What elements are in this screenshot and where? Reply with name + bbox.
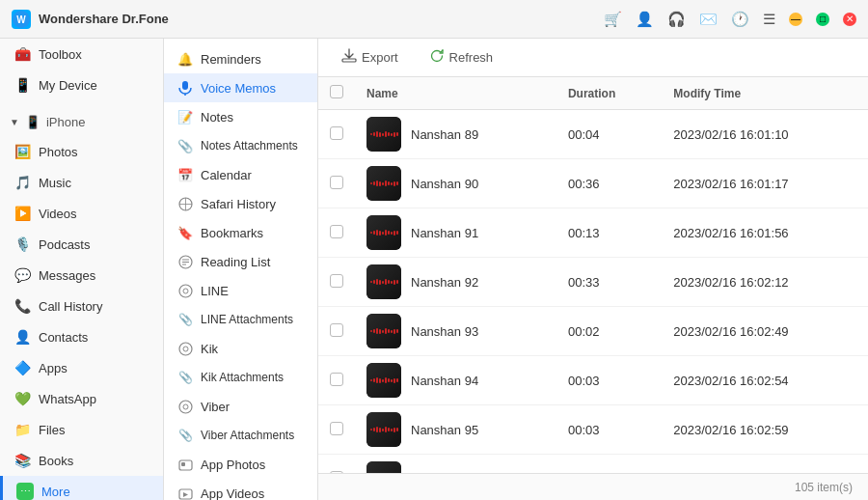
my-device-icon: 📱 — [14, 76, 31, 94]
sidebar-item-apps[interactable]: 🔷 Apps — [0, 352, 163, 383]
waveform-bar — [385, 427, 387, 432]
select-all-checkbox[interactable] — [330, 85, 343, 98]
export-button[interactable]: Export — [334, 44, 406, 70]
sidebar-item-messages[interactable]: 💬 Messages — [0, 260, 163, 291]
menu-icon[interactable]: ☰ — [763, 11, 775, 28]
mid-item-kik[interactable]: Kik — [164, 334, 317, 363]
sidebar-item-contacts[interactable]: 👤 Contacts — [0, 321, 163, 352]
svg-point-11 — [179, 285, 192, 297]
waveform-bar — [382, 330, 384, 333]
history-icon[interactable]: 🕐 — [731, 11, 749, 28]
row-name: Nanshan 90 — [411, 177, 478, 191]
line-attachments-icon: 📎 — [177, 312, 193, 327]
sidebar-item-whatsapp[interactable]: 💚 WhatsApp — [0, 383, 163, 414]
sidebar-item-contacts-label: Contacts — [39, 330, 88, 345]
minimize-button[interactable]: — — [789, 13, 802, 26]
mid-item-viber[interactable]: Viber — [164, 392, 317, 421]
mid-item-notes[interactable]: 📝 Notes — [164, 102, 317, 131]
mid-item-notes-attachments[interactable]: 📎 Notes Attachments — [164, 131, 317, 160]
row-name-cell: Nanshan 94 — [355, 356, 556, 405]
row-name: Nanshan 94 — [411, 374, 478, 388]
waveform-bar — [391, 379, 393, 382]
mid-item-kik-attachments[interactable]: 📎 Kik Attachments — [164, 363, 317, 392]
waveform-bar — [385, 377, 387, 383]
row-checkbox[interactable] — [330, 274, 343, 288]
waveform — [370, 427, 398, 432]
row-checkbox[interactable] — [330, 176, 343, 189]
sidebar-item-music[interactable]: 🎵 Music — [0, 167, 163, 198]
row-duration: 00:33 — [556, 258, 662, 307]
close-button[interactable]: ✕ — [843, 13, 856, 26]
sidebar-item-videos[interactable]: ▶️ Videos — [0, 198, 163, 229]
left-sidebar: 🧰 Toolbox 📱 My Device ▼ 📱 iPhone 🖼️ Phot… — [0, 39, 164, 500]
cart-icon[interactable]: 🛒 — [604, 11, 622, 28]
refresh-button[interactable]: Refresh — [421, 44, 502, 70]
voice-thumbnail — [366, 264, 401, 299]
waveform — [370, 328, 398, 334]
waveform-bar — [376, 230, 378, 236]
svg-rect-17 — [179, 460, 192, 470]
mid-item-reminders[interactable]: 🔔 Reminders — [164, 44, 317, 73]
sidebar-item-call-history[interactable]: 📞 Call History — [0, 291, 163, 321]
reminders-icon: 🔔 — [177, 51, 193, 67]
table-header-row: Name Duration Modify Time — [318, 77, 868, 110]
mid-item-app-videos[interactable]: App Videos — [164, 479, 317, 500]
mid-item-reading-list[interactable]: Reading List — [164, 247, 317, 276]
refresh-label: Refresh — [449, 50, 494, 65]
row-modify-time: 2023/02/16 16:01:10 — [662, 110, 868, 159]
row-checkbox[interactable] — [330, 373, 343, 386]
waveform-bar — [370, 182, 372, 184]
row-checkbox[interactable] — [330, 323, 343, 337]
sidebar-item-books-label: Books — [39, 454, 73, 468]
mid-item-calendar-label: Calendar — [201, 168, 252, 182]
maximize-button[interactable]: □ — [816, 13, 829, 26]
waveform-bar — [396, 329, 398, 333]
iphone-group-header[interactable]: ▼ 📱 iPhone — [0, 108, 163, 136]
row-checkbox[interactable] — [330, 225, 343, 238]
waveform-bar — [396, 181, 398, 185]
mid-item-voice-memos[interactable]: Voice Memos — [164, 73, 317, 102]
whatsapp-icon: 💚 — [14, 390, 31, 407]
row-checkbox-cell — [318, 405, 355, 455]
mid-item-line-attachments[interactable]: 📎 LINE Attachments — [164, 305, 317, 334]
mid-item-line[interactable]: LINE — [164, 276, 317, 305]
mid-item-bookmarks[interactable]: 🔖 Bookmarks — [164, 218, 317, 247]
sidebar-item-messages-label: Messages — [39, 268, 95, 283]
mid-item-viber-attachments[interactable]: 📎 Viber Attachments — [164, 421, 317, 450]
mid-item-safari-history[interactable]: Safari History — [164, 189, 317, 218]
sidebar-item-podcasts[interactable]: 🎙️ Podcasts — [0, 229, 163, 260]
waveform-bar — [391, 281, 393, 284]
waveform-bar — [379, 231, 381, 236]
mid-item-viber-label: Viber — [201, 400, 230, 414]
sidebar-item-files[interactable]: 📁 Files — [0, 414, 163, 445]
sidebar-item-my-device[interactable]: 📱 My Device — [0, 69, 163, 100]
waveform-bar — [388, 378, 390, 382]
waveform-bar — [370, 281, 372, 283]
kik-icon — [177, 341, 193, 356]
files-icon: 📁 — [14, 421, 31, 438]
sidebar-item-books[interactable]: 📚 Books — [0, 445, 163, 476]
row-checkbox[interactable] — [330, 126, 343, 140]
sidebar-item-toolbox[interactable]: 🧰 Toolbox — [0, 39, 163, 69]
table-row: Nanshan 93 00:02 2023/02/16 16:02:49 — [318, 307, 868, 356]
user-icon[interactable]: 👤 — [636, 11, 654, 28]
app-photos-icon — [177, 457, 193, 472]
row-checkbox[interactable] — [330, 422, 343, 435]
headset-icon[interactable]: 🎧 — [667, 11, 686, 28]
waveform-bar — [385, 181, 387, 186]
mail-icon[interactable]: ✉️ — [699, 11, 718, 28]
waveform-bar — [393, 231, 395, 236]
mid-item-calendar[interactable]: 📅 Calendar — [164, 160, 317, 189]
mid-item-app-photos[interactable]: App Photos — [164, 450, 317, 479]
waveform-bar — [385, 328, 387, 334]
sidebar-item-photos[interactable]: 🖼️ Photos — [0, 136, 163, 167]
notes-attachments-icon: 📎 — [177, 138, 193, 153]
waveform — [370, 230, 398, 236]
waveform-bar — [370, 429, 372, 431]
waveform-bar — [393, 329, 395, 334]
voice-thumbnail — [366, 412, 401, 447]
sidebar-item-music-label: Music — [39, 176, 71, 190]
sidebar-item-more[interactable]: ⋯ More — [0, 476, 163, 500]
row-checkbox-cell — [318, 258, 355, 307]
row-name-cell: Nanshan 96 — [355, 455, 556, 474]
